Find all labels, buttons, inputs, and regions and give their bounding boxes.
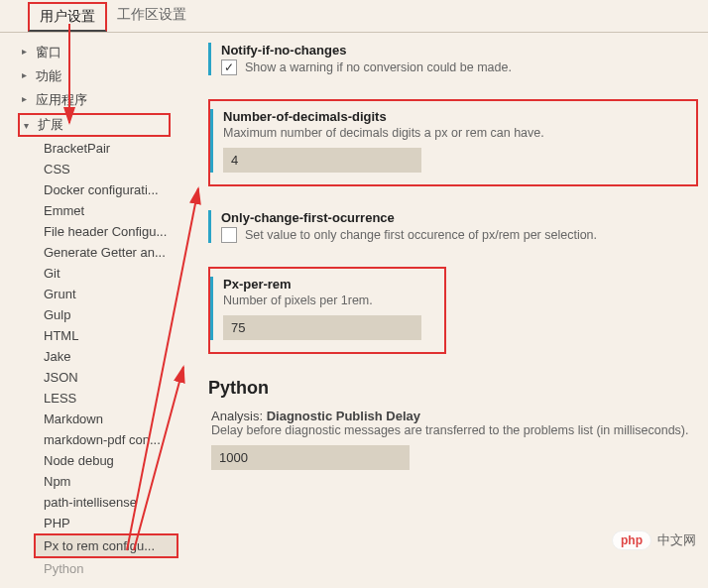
tab-user-settings[interactable]: 用户设置 xyxy=(28,2,107,32)
setting-python-delay: Analysis: Diagnostic Publish Delay Delay… xyxy=(208,409,698,470)
chevron-right-icon xyxy=(22,93,27,104)
setting-decimals: Number-of-decimals-digits Maximum number… xyxy=(210,109,686,173)
settings-tabs: 用户设置 工作区设置 xyxy=(0,0,708,33)
chevron-down-icon xyxy=(24,120,29,131)
tree-extensions[interactable]: 扩展 xyxy=(18,113,171,137)
tree-window[interactable]: 窗口 xyxy=(0,41,188,64)
tree-item[interactable]: Gulp xyxy=(0,304,188,325)
tree-item[interactable]: Npm xyxy=(0,471,188,492)
settings-tree: 窗口 功能 应用程序 扩展 BracketPair CSS Docker con… xyxy=(0,33,188,588)
input-python-delay[interactable] xyxy=(211,445,410,470)
setting-first-occurrence: Only-change-first-ocurrence Set value to… xyxy=(208,210,698,243)
setting-desc: Maximum number of decimals digits a px o… xyxy=(223,126,686,140)
setting-title: Number-of-decimals-digits xyxy=(223,109,686,124)
tree-item[interactable]: Jake xyxy=(0,346,188,367)
tree-item[interactable]: Python xyxy=(0,558,188,579)
setting-desc: Set value to only change first occurence… xyxy=(245,228,597,242)
tree-item[interactable]: CSS xyxy=(0,159,188,179)
tab-workspace-settings[interactable]: 工作区设置 xyxy=(107,2,196,32)
tree-item[interactable]: BracketPair xyxy=(0,138,188,159)
tree-item-px-to-rem[interactable]: Px to rem configu... xyxy=(34,533,178,558)
input-decimals[interactable] xyxy=(223,148,421,173)
watermark: php 中文网 xyxy=(612,530,696,550)
setting-desc: Number of pixels per 1rem. xyxy=(223,294,434,307)
tree-item[interactable]: Git xyxy=(0,263,188,284)
checkbox-first-occurrence[interactable] xyxy=(221,227,237,243)
setting-title: Only-change-first-ocurrence xyxy=(221,210,698,225)
watermark-logo: php xyxy=(612,530,651,550)
watermark-text: 中文网 xyxy=(657,531,696,549)
setting-desc: Show a warning if no conversion could be… xyxy=(245,60,512,74)
tree-label: 窗口 xyxy=(36,45,61,59)
tree-label: 扩展 xyxy=(38,117,63,132)
settings-content: Notify-if-no-changes ✓ Show a warning if… xyxy=(188,33,708,588)
setting-desc: Delay before diagnostic messages are tra… xyxy=(211,423,698,437)
setting-title: Notify-if-no-changes xyxy=(221,43,698,58)
tree-application[interactable]: 应用程序 xyxy=(0,88,188,112)
tree-item[interactable]: HTML xyxy=(0,325,188,346)
tree-label: 功能 xyxy=(36,68,61,83)
setting-notify: Notify-if-no-changes ✓ Show a warning if… xyxy=(208,43,698,75)
chevron-right-icon xyxy=(22,69,27,80)
setting-title: Analysis: Diagnostic Publish Delay xyxy=(211,409,698,423)
tree-item[interactable]: Grunt xyxy=(0,284,188,304)
main-area: 窗口 功能 应用程序 扩展 BracketPair CSS Docker con… xyxy=(0,33,708,588)
tree-item[interactable]: markdown-pdf con... xyxy=(0,429,188,450)
tree-item[interactable]: Node debug xyxy=(0,450,188,471)
tree-features[interactable]: 功能 xyxy=(0,64,188,88)
tree-item[interactable]: Docker configurati... xyxy=(0,179,188,200)
chevron-right-icon xyxy=(22,46,27,57)
tree-item[interactable]: LESS xyxy=(0,388,188,409)
tree-item[interactable]: Generate Getter an... xyxy=(0,242,188,263)
setting-px-per-rem: Px-per-rem Number of pixels per 1rem. xyxy=(210,277,434,340)
tree-item[interactable]: Emmet xyxy=(0,200,188,221)
section-python: Python xyxy=(208,378,698,399)
tree-item[interactable]: Markdown xyxy=(0,409,188,429)
setting-title: Px-per-rem xyxy=(223,277,434,292)
checkbox-notify[interactable]: ✓ xyxy=(221,59,237,75)
tree-item[interactable]: File header Configu... xyxy=(0,221,188,242)
tree-label: 应用程序 xyxy=(36,92,87,107)
tree-item[interactable]: PHP xyxy=(0,513,188,533)
tree-item[interactable]: JSON xyxy=(0,367,188,388)
tree-item[interactable]: path-intellisense xyxy=(0,492,188,513)
input-px-per-rem[interactable] xyxy=(223,315,421,340)
